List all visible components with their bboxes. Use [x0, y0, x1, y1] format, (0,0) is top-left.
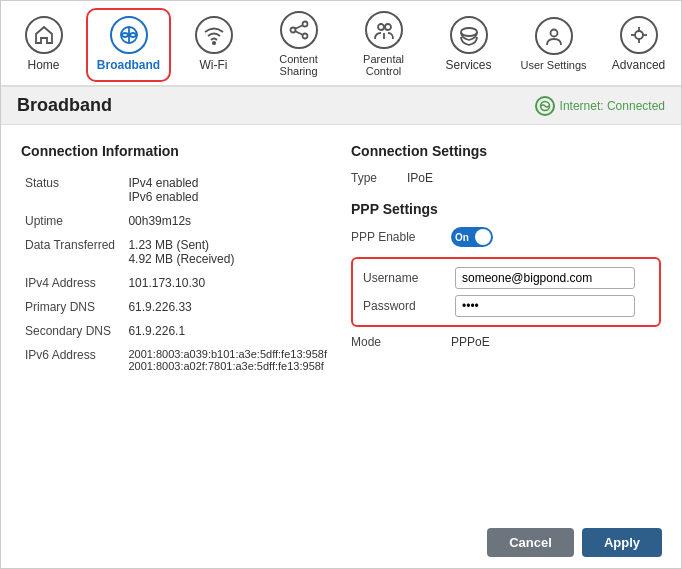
ipv4-label: IPv4 Address — [21, 271, 124, 295]
svg-line-6 — [295, 25, 303, 29]
nav-label-advanced: Advanced — [612, 58, 665, 72]
left-panel: Connection Information Status IPv4 enabl… — [21, 143, 331, 377]
conn-info-table: Status IPv4 enabledIPv6 enabled Uptime 0… — [21, 171, 331, 377]
page-header: Broadband Internet: Connected — [1, 87, 681, 125]
table-row: IPv4 Address 101.173.10.30 — [21, 271, 331, 295]
primary-dns-value: 61.9.226.33 — [124, 295, 331, 319]
nav-item-wifi[interactable]: Wi-Fi — [171, 10, 256, 80]
credentials-box: Username Password — [351, 257, 661, 327]
table-row: Status IPv4 enabledIPv6 enabled — [21, 171, 331, 209]
type-label: Type — [351, 171, 377, 185]
nav-label-user-settings: User Settings — [521, 59, 587, 71]
secondary-dns-value: 61.9.226.1 — [124, 319, 331, 343]
svg-point-11 — [461, 28, 477, 36]
ipv4-value: 101.173.10.30 — [124, 271, 331, 295]
ppp-title: PPP Settings — [351, 201, 661, 217]
status-value: IPv4 enabledIPv6 enabled — [124, 171, 331, 209]
password-label: Password — [363, 299, 455, 313]
conn-info-title: Connection Information — [21, 143, 331, 159]
uptime-value: 00h39m12s — [124, 209, 331, 233]
apply-button[interactable]: Apply — [582, 528, 662, 557]
nav-label-content-sharing: Content Sharing — [260, 53, 337, 77]
username-input[interactable] — [455, 267, 635, 289]
ppp-enable-label: PPP Enable — [351, 230, 451, 244]
ipv6-label: IPv6 Address — [21, 343, 124, 377]
secondary-dns-label: Secondary DNS — [21, 319, 124, 343]
nav-item-content-sharing[interactable]: Content Sharing — [256, 5, 341, 85]
data-transferred-label: Data Transferred — [21, 233, 124, 271]
conn-settings-title: Connection Settings — [351, 143, 661, 159]
nav-item-services[interactable]: Services — [426, 10, 511, 80]
toggle-track[interactable]: On — [451, 227, 493, 247]
svg-point-3 — [290, 28, 295, 33]
wifi-icon — [195, 16, 233, 54]
nav-bar: Home Broadband Wi-Fi — [1, 1, 681, 87]
mode-label: Mode — [351, 335, 451, 349]
page-title: Broadband — [17, 95, 112, 116]
nav-label-services: Services — [446, 58, 492, 72]
ppp-enable-toggle[interactable]: On — [451, 227, 493, 247]
status-label: Status — [21, 171, 124, 209]
user-settings-icon — [535, 17, 573, 55]
main-content: Connection Information Status IPv4 enabl… — [1, 125, 681, 387]
advanced-icon — [620, 16, 658, 54]
ppp-enable-row: PPP Enable On — [351, 227, 661, 247]
username-row: Username — [363, 267, 649, 289]
nav-item-broadband[interactable]: Broadband — [86, 8, 171, 82]
svg-point-17 — [635, 31, 643, 39]
nav-label-parental-control: Parental Control — [345, 53, 422, 77]
conn-settings-row: Type IPoE — [351, 171, 661, 185]
uptime-label: Uptime — [21, 209, 124, 233]
table-row: Uptime 00h39m12s — [21, 209, 331, 233]
broadband-icon — [110, 16, 148, 54]
password-row: Password — [363, 295, 649, 317]
svg-point-2 — [212, 42, 214, 44]
svg-line-7 — [295, 31, 303, 35]
nav-item-user-settings[interactable]: User Settings — [511, 11, 596, 79]
cancel-button[interactable]: Cancel — [487, 528, 574, 557]
nav-label-broadband: Broadband — [97, 58, 160, 72]
username-label: Username — [363, 271, 455, 285]
primary-dns-label: Primary DNS — [21, 295, 124, 319]
type-value: IPoE — [407, 171, 433, 185]
svg-point-9 — [385, 24, 391, 30]
content-sharing-icon — [280, 11, 318, 49]
home-icon — [25, 16, 63, 54]
toggle-on-label: On — [455, 232, 469, 243]
mode-value: PPPoE — [451, 335, 490, 349]
svg-point-8 — [378, 24, 384, 30]
internet-status-icon — [535, 96, 555, 116]
mode-row: Mode PPPoE — [351, 335, 661, 349]
table-row: IPv6 Address 2001:8003:a039:b101:a3e:5df… — [21, 343, 331, 377]
table-row: Secondary DNS 61.9.226.1 — [21, 319, 331, 343]
nav-item-parental-control[interactable]: Parental Control — [341, 5, 426, 85]
nav-label-wifi: Wi-Fi — [200, 58, 228, 72]
data-transferred-value: 1.23 MB (Sent)4.92 MB (Received) — [124, 233, 331, 271]
table-row: Primary DNS 61.9.226.33 — [21, 295, 331, 319]
ipv6-value: 2001:8003:a039:b101:a3e:5dff:fe13:958f20… — [124, 343, 331, 377]
right-panel: Connection Settings Type IPoE PPP Settin… — [351, 143, 661, 377]
password-input[interactable] — [455, 295, 635, 317]
internet-status-text: Internet: Connected — [560, 99, 665, 113]
nav-item-advanced[interactable]: Advanced — [596, 10, 681, 80]
table-row: Data Transferred 1.23 MB (Sent)4.92 MB (… — [21, 233, 331, 271]
parental-control-icon — [365, 11, 403, 49]
svg-point-12 — [550, 30, 557, 37]
ppp-section: PPP Settings PPP Enable On Username — [351, 201, 661, 349]
nav-item-home[interactable]: Home — [1, 10, 86, 80]
footer: Cancel Apply — [471, 520, 678, 565]
nav-label-home: Home — [27, 58, 59, 72]
services-icon — [450, 16, 488, 54]
internet-status: Internet: Connected — [535, 96, 665, 116]
svg-point-4 — [302, 22, 307, 27]
svg-point-5 — [302, 34, 307, 39]
toggle-knob — [475, 229, 491, 245]
